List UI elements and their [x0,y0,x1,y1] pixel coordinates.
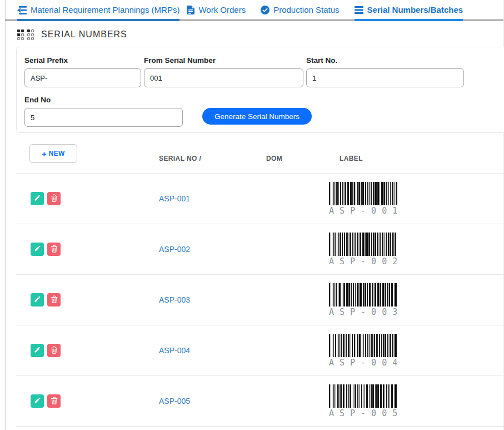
trash-icon [51,194,58,204]
barcode-text: ASP-003 [329,307,402,317]
tab-serial-numbers-batches[interactable]: Serial Numbers/Batches [355,4,463,19]
label-cell: ASP-002 [329,233,402,266]
serial-numbers-table: + NEW SERIAL NO / DOM LABEL ASP-001 [16,140,503,427]
barcode-image [329,283,402,307]
table-row: ASP-005 ASP-005 [16,376,503,427]
pencil-icon [34,346,41,355]
start-no-input[interactable] [306,68,464,87]
pencil-icon [34,194,41,203]
page-title: SERIAL NUMBERS [41,29,127,39]
tab-production-status[interactable]: Production Status [261,4,339,19]
table-row: ASP-003 ASP-003 [16,275,503,325]
table-row: ASP-004 ASP-004 [16,325,503,376]
serial-prefix-field-group: Serial Prefix [24,55,141,87]
trash-icon [51,346,58,355]
trash-icon [51,245,58,254]
barcode-text: ASP-004 [329,358,402,368]
delete-button[interactable] [47,243,61,256]
serial-prefix-input[interactable] [24,68,141,87]
from-serial-number-label: From Serial Number [144,56,303,65]
check-circle-icon [261,6,270,14]
tab-material-requirement-plannings[interactable]: Material Requirement Plannings (MRPs) [17,4,179,19]
delete-button[interactable] [47,344,61,357]
serial-list-icon [355,6,363,14]
trash-icon [51,295,58,305]
start-no-label: Start No. [306,56,464,65]
tab-bar: Material Requirement Plannings (MRPs) Wo… [5,0,503,21]
from-serial-number-input[interactable] [144,68,303,87]
barcode-image [329,182,402,205]
tab-label: Work Orders [198,4,246,16]
barcode-text: ASP-001 [329,206,402,216]
delete-button[interactable] [47,293,61,307]
pencil-icon [34,397,41,406]
mrp-list-icon [17,6,27,14]
edit-button[interactable] [31,293,44,307]
from-serial-number-field-group: From Serial Number [144,55,303,87]
serial-link[interactable]: ASP-001 [159,194,266,203]
barcode-image [329,233,402,256]
column-header-serial-no: SERIAL NO / [159,155,266,162]
tab-label: Production Status [273,4,339,16]
pencil-icon [34,295,41,304]
table-row: ASP-002 ASP-002 [16,224,503,275]
label-cell: ASP-004 [329,334,402,368]
serial-link[interactable]: ASP-005 [159,397,266,406]
label-cell: ASP-005 [329,384,402,418]
label-cell: ASP-001 [329,182,402,216]
column-header-dom: DOM [266,155,329,162]
barcode-text: ASP-005 [329,408,402,418]
serial-link[interactable]: ASP-003 [159,295,266,304]
tab-label: Serial Numbers/Batches [367,4,463,16]
new-button[interactable]: + NEW [29,144,77,163]
delete-button[interactable] [47,192,61,205]
serial-generation-form: Serial Prefix From Serial Number Start N… [16,47,504,133]
section-header: SERIAL NUMBERS [5,21,503,41]
row-actions [31,293,159,307]
row-actions [31,192,159,205]
delete-button[interactable] [47,394,61,408]
serial-link[interactable]: ASP-004 [159,346,266,355]
start-no-field-group: Start No. [306,55,464,87]
end-no-input[interactable] [24,108,183,127]
edit-button[interactable] [31,243,44,256]
trash-icon [51,397,58,406]
row-actions [31,243,159,256]
serial-link[interactable]: ASP-002 [159,245,266,254]
table-row: ASP-001 ASP-001 [16,174,503,224]
edit-button[interactable] [31,344,44,357]
row-actions [31,394,159,408]
dots-grid-icon [17,29,34,40]
pencil-icon [34,245,41,254]
column-header-label: LABEL [329,155,503,162]
end-no-field-group: End No [24,95,183,127]
tab-work-orders[interactable]: Work Orders [187,4,246,19]
barcode-image [329,384,402,408]
page: Material Requirement Plannings (MRPs) Wo… [0,0,504,430]
plus-icon: + [42,149,47,159]
work-order-document-icon [187,6,194,14]
row-actions [31,344,159,357]
label-cell: ASP-003 [329,283,402,317]
tab-label: Material Requirement Plannings (MRPs) [31,4,179,16]
table-header-row: + NEW SERIAL NO / DOM LABEL [16,140,503,174]
end-no-label: End No [24,96,183,104]
edit-button[interactable] [31,394,44,408]
generate-serial-numbers-button[interactable]: Generate Serial Numbers [202,108,312,125]
table-body: ASP-001 ASP-001 ASP-002 ASP-002 [16,174,503,427]
barcode-text: ASP-002 [329,256,402,266]
edit-button[interactable] [31,192,44,205]
barcode-image [329,334,402,357]
serial-prefix-label: Serial Prefix [24,56,141,65]
